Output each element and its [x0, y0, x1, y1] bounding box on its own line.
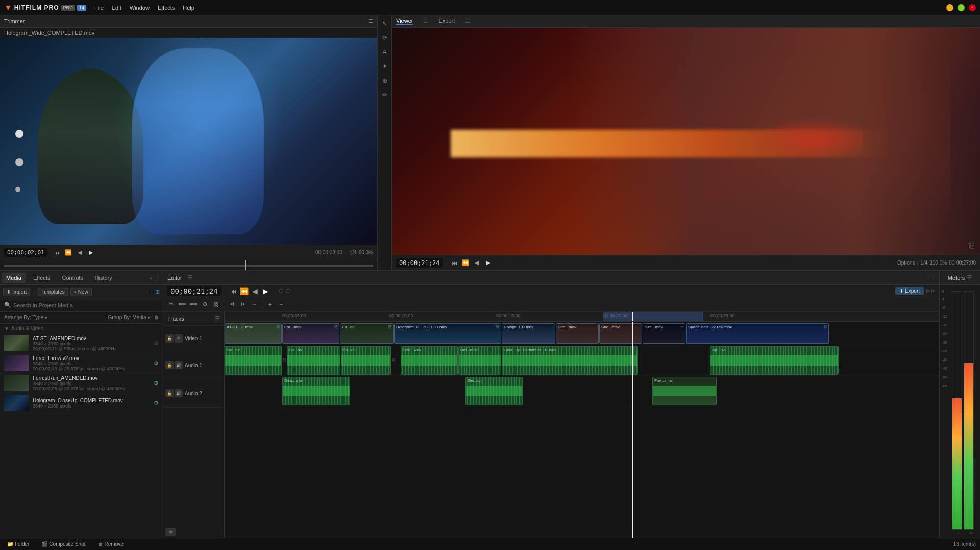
track-eye-icon[interactable]: 👁: [175, 334, 183, 343]
audio-clip[interactable]: Ge...av: [287, 346, 340, 375]
timeline-playhead[interactable]: [632, 322, 633, 538]
zoom-out[interactable]: −: [277, 300, 286, 309]
video-clip[interactable]: For...mov ⛓: [282, 323, 339, 344]
track-mute-icon[interactable]: 🔊: [175, 361, 183, 369]
viewer-play-back[interactable]: ◀: [472, 258, 481, 268]
tab-viewer[interactable]: Viewer: [396, 18, 413, 25]
viewer-play[interactable]: ▶: [483, 258, 493, 268]
arrange-label[interactable]: Arrange By: Type: [4, 315, 47, 320]
tab-history[interactable]: History: [91, 273, 116, 283]
video-clip[interactable]: Sith...mov •••: [643, 323, 685, 344]
timeline-playhead-top[interactable]: [632, 312, 633, 321]
audio-clip[interactable]: Gea...wav: [401, 346, 458, 375]
timeline-timebar[interactable]: 00;00;05;00 00;00;10;00 00;00;15;00 00;0…: [225, 312, 939, 322]
trimmer-play-back[interactable]: ◀: [75, 248, 84, 257]
track-mute-icon[interactable]: 🔊: [175, 389, 183, 397]
roll-tool[interactable]: ⊳: [238, 300, 248, 309]
video-clip[interactable]: Hologram_C...PLETED.mov ⛓: [394, 323, 501, 344]
slider-handle-3[interactable]: [15, 187, 20, 192]
editor-play[interactable]: ▶: [261, 286, 271, 296]
menu-window[interactable]: Window: [130, 5, 150, 11]
editor-step-back[interactable]: ⏪: [240, 286, 249, 296]
group-label[interactable]: Group By: Media: [108, 315, 150, 320]
folder-button[interactable]: 📁 Folder: [4, 540, 32, 548]
video-clip[interactable]: Hologr...ED.mov: [502, 323, 555, 344]
maximize-button[interactable]: □: [958, 4, 965, 11]
rotate-tool-icon[interactable]: ⟳: [380, 33, 390, 43]
viewer-zoom[interactable]: 100.0%: [929, 260, 947, 266]
audio-clip[interactable]: Gear_Up_Parachute_01.wav: [502, 346, 638, 375]
viewer-scale[interactable]: 1/4: [920, 260, 927, 266]
video-clip[interactable]: Sho...mov: [556, 323, 599, 344]
track-lock-icon[interactable]: 🔒: [165, 334, 174, 343]
viewer-timecode[interactable]: 00;00;21;24: [396, 258, 443, 268]
grid-view-icon[interactable]: ⊞: [155, 289, 160, 295]
particle-tool-icon[interactable]: ✦: [380, 61, 390, 71]
magnet-tool[interactable]: ⊕: [200, 300, 209, 309]
close-button[interactable]: ×: [969, 4, 976, 11]
remove-button[interactable]: 🗑 Remove: [95, 540, 127, 548]
editor-play-back[interactable]: ◀: [251, 286, 260, 296]
import-button[interactable]: ⬇ Import: [3, 288, 30, 296]
tab-media[interactable]: Media: [2, 273, 26, 283]
editor-timecode[interactable]: 00;00;21;24: [167, 286, 221, 296]
audio-clip[interactable]: Hol...mov: [458, 346, 501, 375]
video-clip[interactable]: Space Batt...v2 raw.mov ⛓: [686, 323, 829, 344]
list-item[interactable]: AT-ST_AMENDED.mov 3840 × 2160 pixels 00;…: [0, 333, 163, 353]
mark-out-icon[interactable]: ⬡: [286, 288, 291, 294]
menu-file[interactable]: File: [94, 5, 104, 11]
audio-clip[interactable]: Forr...mov: [652, 377, 717, 405]
audio-clip[interactable]: Sp...ov: [710, 346, 839, 375]
editor-menu-icon[interactable]: ⋮⋮: [926, 275, 935, 280]
list-item[interactable]: ForrestRun_AMENDED.mov 3840 × 2160 pixel…: [0, 373, 163, 393]
menu-effects[interactable]: Effects: [158, 5, 175, 11]
pen-tool-icon[interactable]: ✏: [380, 90, 390, 100]
panel-menu-icon[interactable]: ⋮: [155, 274, 161, 281]
select-tool-icon[interactable]: ↖: [380, 18, 390, 29]
panel-expand-icon[interactable]: ›: [150, 275, 152, 281]
trimmer-playhead[interactable]: [245, 260, 246, 270]
video-clip[interactable]: Sho...mov: [599, 323, 642, 344]
trimmer-goto-start[interactable]: ⏮: [53, 248, 62, 257]
media-gear-icon[interactable]: ⚙: [154, 400, 159, 406]
trimmer-zoom[interactable]: 60.0%: [359, 250, 373, 255]
media-gear-icon[interactable]: ⚙: [154, 340, 159, 347]
track-lock-icon[interactable]: 🔒: [165, 389, 174, 397]
composite-shot-button[interactable]: 🎬 Composite Shot: [38, 540, 88, 548]
point-tool-icon[interactable]: ⊕: [380, 76, 390, 86]
group-collapse-icon[interactable]: ▼: [4, 326, 9, 331]
viewer-step-back[interactable]: ⏪: [461, 258, 470, 268]
zoom-in[interactable]: +: [265, 300, 275, 309]
meters-menu-icon[interactable]: ☰: [967, 274, 972, 281]
list-item[interactable]: Hologram_CloseUp_COMPLETED.mov 3840 × 21…: [0, 393, 163, 413]
slider-handle-2[interactable]: [15, 158, 23, 166]
text-tool-icon[interactable]: A: [380, 47, 390, 57]
tracks-menu-icon[interactable]: ☰: [215, 315, 220, 322]
trimmer-play[interactable]: ▶: [86, 248, 95, 257]
trimmer-menu-icon[interactable]: ☰: [369, 18, 373, 24]
audio-clip[interactable]: Ge...av: [225, 346, 282, 375]
viewer-options[interactable]: Options: [897, 260, 915, 266]
editor-settings-icon[interactable]: ⊳⊳: [926, 288, 935, 294]
viewer-goto-start[interactable]: ⏮: [450, 258, 459, 268]
new-button[interactable]: New: [70, 288, 92, 296]
rate-stretch[interactable]: ↔: [250, 300, 259, 309]
trimmer-step-back[interactable]: ⏪: [64, 248, 73, 257]
audio-clip[interactable]: Gea...wav: [282, 377, 350, 405]
link-tool[interactable]: ⛓: [211, 300, 220, 309]
minimize-button[interactable]: −: [946, 4, 953, 11]
mark-in-icon[interactable]: ⬡: [279, 288, 284, 294]
tab-effects[interactable]: Effects: [29, 273, 54, 283]
export-button[interactable]: ⬆ Export: [895, 287, 924, 295]
media-gear-icon[interactable]: ⚙: [154, 360, 159, 367]
video-clip[interactable]: Fo...ov ⛓: [340, 323, 394, 344]
arrange-settings-icon[interactable]: ⚙: [154, 315, 159, 320]
media-gear-icon[interactable]: ⚙: [154, 380, 159, 387]
slide-tool[interactable]: ⟹: [189, 300, 198, 309]
list-item[interactable]: Force Throw v2.mov 3840 × 2160 pixels 00…: [0, 353, 163, 373]
audio-clip[interactable]: Fo...ov: [341, 346, 391, 375]
tab-controls[interactable]: Controls: [58, 273, 87, 283]
add-track-button[interactable]: ⚙: [165, 528, 176, 536]
track-lock-icon[interactable]: 🔒: [165, 361, 174, 369]
razor-tool[interactable]: ✂: [166, 300, 176, 309]
